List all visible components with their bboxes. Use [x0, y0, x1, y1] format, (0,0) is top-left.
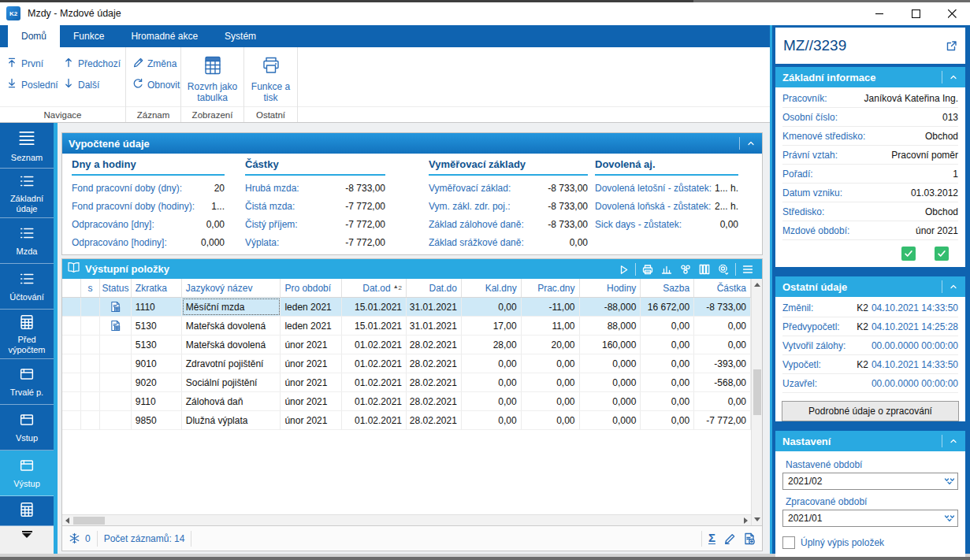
table-cell: Dlužná výplata: [182, 411, 281, 429]
column-header-s[interactable]: s: [81, 279, 100, 297]
computed-row-value: 0,00: [570, 237, 588, 248]
status-document-icon: [100, 317, 132, 335]
period-dropdown-icon[interactable]: [944, 513, 955, 527]
sidebar-collapse-button[interactable]: [0, 526, 54, 554]
column-header-dat-do[interactable]: Dat.do: [407, 279, 462, 297]
menu-icon[interactable]: [738, 259, 757, 279]
minimize-button[interactable]: [861, 2, 898, 24]
horizontal-scroll-thumb[interactable]: [73, 517, 105, 525]
scroll-left-arrow[interactable]: [65, 517, 69, 524]
vertical-scroll-thumb[interactable]: [753, 369, 761, 415]
sidebar-item-calculator[interactable]: [0, 496, 54, 526]
tab-domů[interactable]: Domů: [8, 25, 60, 47]
table-cell: -7 772,00: [694, 411, 751, 429]
last-button[interactable]: Poslední: [3, 76, 60, 93]
refresh-button[interactable]: Obnovit: [129, 76, 183, 93]
computed-row: Fond pracovní doby (dny):20: [72, 183, 225, 194]
sidebar-item-seznam[interactable]: Seznam: [0, 123, 54, 169]
table-row[interactable]: 5130Mateřská dovolenáleden 202115.01.202…: [62, 317, 751, 336]
computed-row: Dovolená loňská - zůstatek:2... h.: [595, 201, 738, 212]
column-header-indicator[interactable]: [62, 279, 81, 297]
column-header-částka[interactable]: Částka: [694, 279, 751, 297]
table-cell: [81, 336, 100, 354]
ribbon-empty-area: [298, 47, 770, 122]
first-button[interactable]: První: [3, 55, 60, 72]
list-icon: [18, 172, 35, 192]
previous-button[interactable]: Předchozí: [60, 55, 124, 72]
table-cell: 28.02.2021: [407, 392, 462, 410]
snowflake-icon[interactable]: [69, 532, 80, 544]
flag-count: 0: [85, 533, 91, 544]
set-period-input[interactable]: [782, 473, 958, 490]
column-header-prac-dny[interactable]: Prac.dny: [522, 279, 580, 297]
tab-systém[interactable]: Systém: [211, 25, 269, 47]
sum-icon[interactable]: Σ: [708, 532, 715, 544]
open-in-window-icon[interactable]: [946, 40, 957, 52]
maximize-button[interactable]: [898, 2, 934, 24]
add-document-icon[interactable]: [743, 532, 756, 545]
computed-row-label: Fond pracovní doby (dny):: [72, 183, 182, 194]
processed-period-input[interactable]: [782, 510, 958, 527]
column-header-hodiny[interactable]: Hodiny: [580, 279, 641, 297]
sidebar-item-mzda[interactable]: Mzda: [0, 218, 54, 264]
scroll-down-arrow[interactable]: [754, 517, 760, 521]
table-cell: 16 672,00: [641, 298, 694, 316]
collapse-chevron-icon[interactable]: [942, 435, 958, 447]
tab-hromadné-akce[interactable]: Hromadné akce: [117, 25, 211, 47]
table-row[interactable]: 5130Mateřská dovolenáúnor 202101.02.2021…: [62, 336, 751, 354]
play-icon[interactable]: [614, 259, 633, 279]
column-header-kal-dny[interactable]: Kal.dny: [462, 279, 522, 297]
table-row[interactable]: 9850Dlužná výplataúnor 202101.02.202128.…: [62, 411, 751, 430]
sidebar-item-výstup[interactable]: Výstup: [0, 451, 54, 496]
green-checkbox[interactable]: [901, 247, 916, 261]
table-row[interactable]: 1110Měsíční mzdaleden 202115.01.202131.0…: [62, 298, 751, 317]
gear-icon[interactable]: [714, 259, 733, 279]
column-header-pro-období[interactable]: Pro období: [281, 279, 342, 297]
tab-funkce[interactable]: Funkce: [60, 25, 117, 47]
full-listing-checkbox[interactable]: [782, 536, 795, 549]
scroll-up-arrow[interactable]: [754, 283, 760, 287]
sidebar-item-před-výpočtem[interactable]: Před výpočtem: [0, 310, 54, 359]
table-row[interactable]: 9010Zdravotní pojištěníúnor 202101.02.20…: [62, 354, 751, 373]
column-header-zkratka[interactable]: Zkratka: [132, 279, 182, 297]
processing-details-button[interactable]: Podrobné údaje o zpracování: [782, 401, 959, 421]
sidebar-item-trvalé-p[interactable]: Trvalé p.: [0, 359, 54, 405]
collapse-chevron-icon[interactable]: [942, 280, 958, 293]
column-header-jazykový-název[interactable]: Jazykový název: [182, 279, 281, 297]
other-info-section: Ostatní údaje Změnil:K204.10.2021 14:33:…: [775, 276, 965, 421]
column-header-sazba[interactable]: Sazba: [641, 279, 694, 297]
table-row[interactable]: 9020Sociální pojištěníúnor 202101.02.202…: [62, 373, 751, 392]
table-row[interactable]: 9110Zálohová daňúnor 202101.02.202128.02…: [62, 392, 751, 411]
table-cell: Sociální pojištění: [182, 373, 281, 391]
print-icon[interactable]: [638, 259, 657, 279]
computed-row-label: Čistá mzda:: [245, 201, 295, 212]
sidebar-item-základní-údaje[interactable]: Základní údaje: [0, 169, 54, 218]
change-button[interactable]: Změna: [129, 55, 183, 72]
edit-pencil-icon[interactable]: [723, 532, 735, 544]
next-button[interactable]: Další: [60, 76, 124, 93]
table-cell: 0,00: [522, 392, 580, 410]
collapse-chevron-icon[interactable]: [942, 71, 958, 83]
computed-row-label: Vym. zákl. zdr. poj.:: [429, 201, 511, 212]
cluster-icon[interactable]: [676, 259, 695, 279]
sidebar-item-vstup[interactable]: Vstup: [0, 405, 54, 451]
collapse-chevron-icon[interactable]: [739, 137, 756, 150]
columns-icon[interactable]: [695, 259, 714, 279]
column-header-status[interactable]: Status: [100, 279, 132, 297]
green-checkbox[interactable]: [935, 247, 949, 261]
computed-row-value: 20: [214, 183, 225, 194]
column-header-dat-od[interactable]: Dat.od▲2: [342, 279, 407, 297]
table-cell: [100, 392, 132, 410]
ribbon-group-ostatni: Funkce a tisk Ostatní: [244, 47, 298, 122]
info-row-label: Osobní číslo:: [782, 112, 838, 123]
close-button[interactable]: [934, 2, 970, 24]
functions-and-print-button[interactable]: Funkce a tisk: [247, 50, 294, 106]
sidebar-item-účtování[interactable]: Účtování: [0, 264, 54, 310]
chart-icon[interactable]: [657, 259, 676, 279]
layout-as-table-button[interactable]: Rozvrh jako tabulka: [184, 50, 240, 106]
period-dropdown-icon[interactable]: [944, 476, 955, 490]
horizontal-scrollbar[interactable]: [62, 514, 751, 525]
vertical-scrollbar[interactable]: [751, 279, 762, 525]
grid-status-bar: 0 Počet záznamů: 14 Σ: [62, 525, 762, 551]
scroll-right-arrow[interactable]: [744, 517, 748, 524]
